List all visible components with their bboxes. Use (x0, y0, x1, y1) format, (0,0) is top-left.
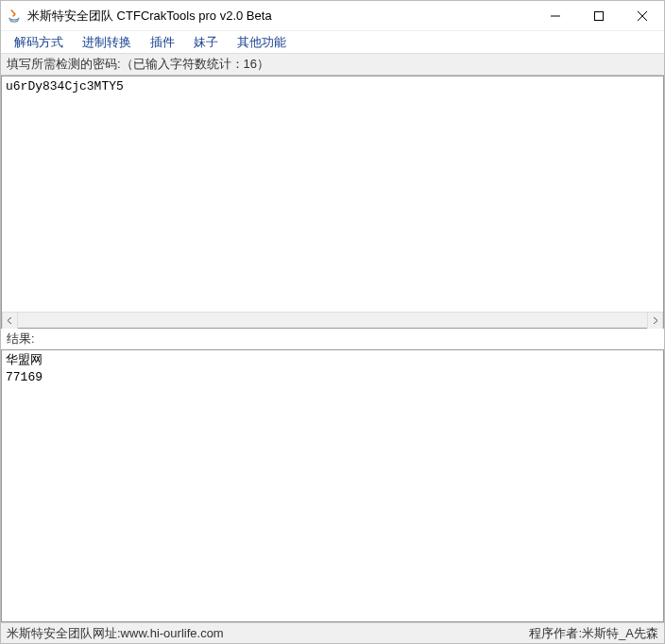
input-hscrollbar[interactable] (2, 312, 663, 328)
menubar: 解码方式 进制转换 插件 妹子 其他功能 (1, 31, 664, 54)
maximize-button[interactable] (577, 1, 621, 30)
close-button[interactable] (621, 1, 664, 30)
output-area-wrap (1, 349, 664, 622)
status-right: 程序作者:米斯特_A先森 (529, 625, 658, 642)
menu-meizi[interactable]: 妹子 (188, 32, 224, 53)
svg-rect-1 (595, 11, 604, 20)
result-output[interactable] (2, 350, 663, 621)
result-label: 结果: (1, 329, 664, 349)
input-prompt-label: 填写所需检测的密码:（已输入字符数统计：16） (1, 54, 664, 76)
minimize-button[interactable] (534, 1, 577, 30)
menu-radix[interactable]: 进制转换 (77, 32, 137, 53)
java-icon (7, 8, 22, 24)
password-input[interactable] (2, 76, 663, 312)
window-controls (534, 1, 664, 30)
statusbar: 米斯特安全团队网址:www.hi-ourlife.com 程序作者:米斯特_A先… (1, 622, 664, 643)
menu-plugin[interactable]: 插件 (145, 32, 180, 53)
scroll-left-icon[interactable] (2, 313, 18, 329)
menu-decode[interactable]: 解码方式 (9, 32, 69, 53)
window-title: 米斯特安全团队 CTFCrakTools pro v2.0 Beta (27, 8, 534, 25)
scroll-right-icon[interactable] (647, 313, 663, 329)
status-left: 米斯特安全团队网址:www.hi-ourlife.com (7, 625, 529, 642)
titlebar: 米斯特安全团队 CTFCrakTools pro v2.0 Beta (1, 1, 664, 31)
input-area-wrap (1, 76, 664, 329)
menu-other[interactable]: 其他功能 (231, 32, 292, 53)
